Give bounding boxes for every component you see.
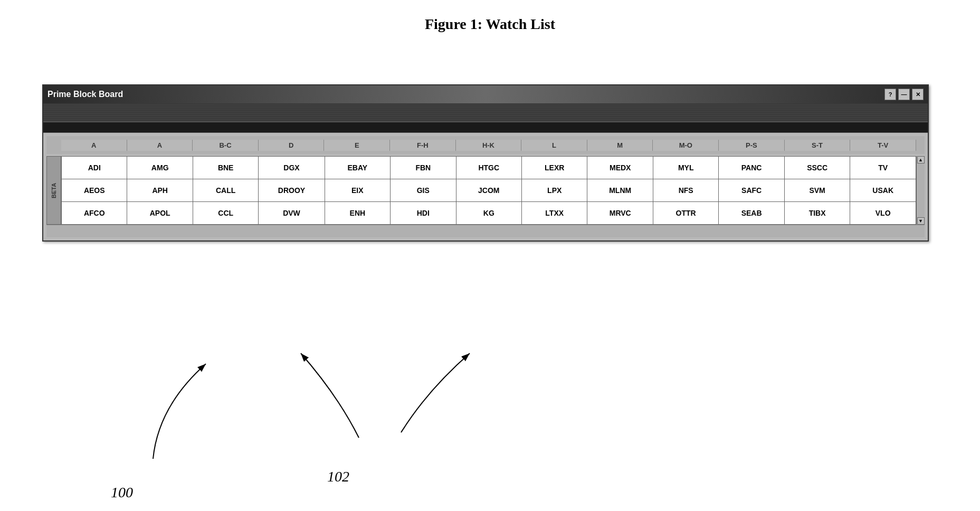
cell-panc[interactable]: PANC bbox=[719, 157, 784, 179]
minimize-button[interactable]: — bbox=[898, 89, 910, 100]
cell-dgx[interactable]: DGX bbox=[259, 157, 325, 179]
cell-ebay[interactable]: EBAY bbox=[325, 157, 390, 179]
cell-kg[interactable]: KG bbox=[456, 202, 521, 225]
scrollbar[interactable]: ▲ ▼ bbox=[916, 156, 925, 225]
main-content: A A B-C D E F-H H-K L M M-O P-S S-T T-V … bbox=[43, 133, 928, 240]
tab-mo[interactable]: M-O bbox=[653, 140, 719, 151]
cell-adi[interactable]: ADI bbox=[62, 157, 127, 179]
tab-m[interactable]: M bbox=[587, 140, 653, 151]
cell-medx[interactable]: MEDX bbox=[587, 157, 653, 179]
toolbar-row-2 bbox=[43, 122, 928, 133]
tab-st[interactable]: S-T bbox=[785, 140, 851, 151]
cell-ltxx[interactable]: LTXX bbox=[522, 202, 587, 225]
cell-aeos[interactable]: AEOS bbox=[62, 179, 127, 202]
cell-dvw[interactable]: DVW bbox=[259, 202, 325, 225]
tab-e[interactable]: E bbox=[324, 140, 390, 151]
tab-a2[interactable]: A bbox=[127, 140, 193, 151]
cell-call[interactable]: CALL bbox=[193, 179, 258, 202]
cell-lexr[interactable]: LEXR bbox=[522, 157, 587, 179]
cell-bne[interactable]: BNE bbox=[193, 157, 258, 179]
cell-safc[interactable]: SAFC bbox=[719, 179, 784, 202]
table-row: AEOS APH CALL DROOY EIX GIS JCOM LPX MLN… bbox=[62, 179, 916, 202]
tab-row: A A B-C D E F-H H-K L M M-O P-S S-T T-V bbox=[46, 136, 925, 154]
cell-sscc[interactable]: SSCC bbox=[784, 157, 850, 179]
cell-jcom[interactable]: JCOM bbox=[456, 179, 521, 202]
cell-ottr[interactable]: OTTR bbox=[653, 202, 718, 225]
annotations: 100 102 bbox=[42, 311, 929, 511]
tab-d[interactable]: D bbox=[259, 140, 325, 151]
cell-vlo[interactable]: VLO bbox=[850, 202, 916, 225]
cell-mrvc[interactable]: MRVC bbox=[587, 202, 653, 225]
cell-amg[interactable]: AMG bbox=[127, 157, 193, 179]
tab-ps[interactable]: P-S bbox=[719, 140, 785, 151]
left-label: BETA bbox=[46, 156, 61, 225]
cell-drooy[interactable]: DROOY bbox=[259, 179, 325, 202]
tab-bc[interactable]: B-C bbox=[193, 140, 259, 151]
table-row: ADI AMG BNE DGX EBAY FBN HTGC LEXR MEDX … bbox=[62, 157, 916, 179]
cell-myl[interactable]: MYL bbox=[653, 157, 718, 179]
tab-fh[interactable]: F-H bbox=[390, 140, 456, 151]
cell-seab[interactable]: SEAB bbox=[719, 202, 784, 225]
stock-grid-wrapper: BETA ADI AMG BNE DGX EBAY FBN HTGC LEXR … bbox=[46, 156, 925, 225]
window-title: Prime Block Board bbox=[47, 90, 123, 99]
cell-ccl[interactable]: CCL bbox=[193, 202, 258, 225]
cell-aph[interactable]: APH bbox=[127, 179, 193, 202]
cell-tv[interactable]: TV bbox=[850, 157, 916, 179]
tab-hk[interactable]: H-K bbox=[456, 140, 522, 151]
cell-svm[interactable]: SVM bbox=[784, 179, 850, 202]
tab-tv[interactable]: T-V bbox=[850, 140, 916, 151]
cell-apol[interactable]: APOL bbox=[127, 202, 193, 225]
cell-lpx[interactable]: LPX bbox=[522, 179, 587, 202]
toolbar-row-1 bbox=[43, 103, 928, 122]
close-button[interactable]: ✕ bbox=[912, 89, 924, 100]
cell-tibx[interactable]: TIBX bbox=[784, 202, 850, 225]
cell-enh[interactable]: ENH bbox=[325, 202, 390, 225]
page-title: Figure 1: Watch List bbox=[0, 16, 980, 33]
window-controls: ? — ✕ bbox=[884, 89, 924, 100]
cell-nfs[interactable]: NFS bbox=[653, 179, 718, 202]
help-button[interactable]: ? bbox=[884, 89, 896, 100]
cell-mlnm[interactable]: MLNM bbox=[587, 179, 653, 202]
annotation-102: 102 bbox=[327, 468, 349, 485]
cell-eix[interactable]: EIX bbox=[325, 179, 390, 202]
cell-usak[interactable]: USAK bbox=[850, 179, 916, 202]
cell-hdi[interactable]: HDI bbox=[391, 202, 456, 225]
scroll-down-button[interactable]: ▼ bbox=[917, 217, 925, 225]
cell-afco[interactable]: AFCO bbox=[62, 202, 127, 225]
tab-l[interactable]: L bbox=[521, 140, 587, 151]
application-window: Prime Block Board ? — ✕ A A B-C D E F-H … bbox=[42, 84, 929, 242]
cell-fbn[interactable]: FBN bbox=[391, 157, 456, 179]
tab-a1[interactable]: A bbox=[61, 140, 127, 151]
scroll-up-button[interactable]: ▲ bbox=[917, 156, 925, 163]
title-bar: Prime Block Board ? — ✕ bbox=[43, 85, 928, 103]
annotation-100: 100 bbox=[111, 484, 133, 501]
annotation-arrows bbox=[42, 311, 929, 511]
stock-grid: ADI AMG BNE DGX EBAY FBN HTGC LEXR MEDX … bbox=[61, 156, 916, 225]
cell-htgc[interactable]: HTGC bbox=[456, 157, 521, 179]
table-row: AFCO APOL CCL DVW ENH HDI KG LTXX MRVC O… bbox=[62, 202, 916, 225]
cell-gis[interactable]: GIS bbox=[391, 179, 456, 202]
bottom-bar bbox=[46, 225, 925, 237]
